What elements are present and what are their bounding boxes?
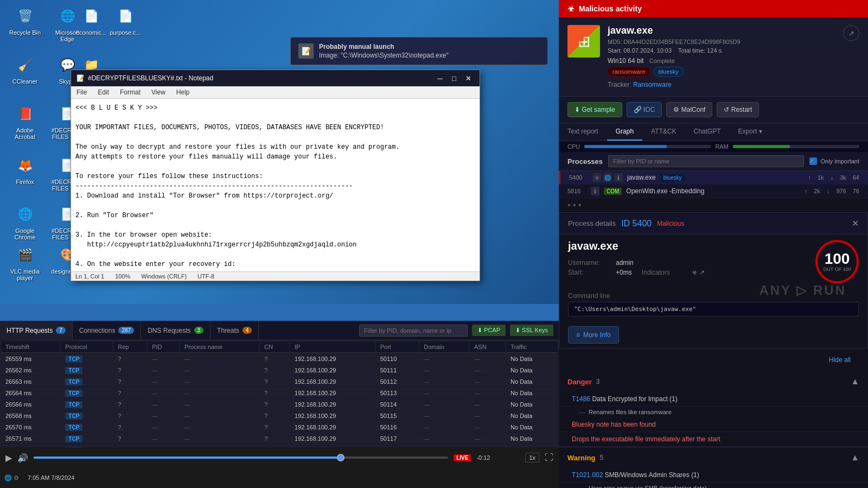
app-total-time: Total time: 124 s xyxy=(678,47,722,54)
table-row[interactable]: 26568 ms TCP ? — — ? 192.168.100.29 5011… xyxy=(1,411,558,421)
timeline-slider[interactable] xyxy=(34,457,448,459)
desktop-icon-chrome[interactable]: 🌐 Google Chrome xyxy=(5,204,44,240)
proc-stat-arrow2: ↓ xyxy=(831,174,834,181)
desktop-icon-firefox[interactable]: 🦊 Firefox xyxy=(5,155,44,185)
notepad-content[interactable]: <<< B L U E S K Y >>> YOUR IMPORTANT FIL… xyxy=(71,99,480,277)
tab-export[interactable]: Export ▾ xyxy=(730,123,771,141)
score-number: 100 xyxy=(825,251,850,267)
menu-format[interactable]: Format xyxy=(118,87,143,97)
threat-id-t1021[interactable]: T1021.002 xyxy=(572,471,603,479)
menu-view[interactable]: View xyxy=(149,87,168,97)
table-row[interactable]: 26564 ms TCP ? — — ? 192.168.100.29 5011… xyxy=(1,388,558,398)
process-filter-input[interactable] xyxy=(608,155,804,167)
cell-process: — xyxy=(180,400,259,410)
table-row[interactable]: 26566 ms TCP ? — — ? 192.168.100.29 5011… xyxy=(1,400,558,410)
cell-pid: — xyxy=(148,434,179,444)
details-close-button[interactable]: ✕ xyxy=(852,218,859,229)
danger-group-header[interactable]: Danger 3 ▲ xyxy=(559,371,868,392)
tab-chatgpt[interactable]: ChatGPT xyxy=(685,123,730,141)
notepad-window: 📝 #DECRYPTFILESBLUESKY#.txt - Notepad ─ … xyxy=(71,69,480,281)
threats-tab-label: Threats xyxy=(217,327,239,334)
process-row-javaw[interactable]: 5400 ☣ 🌐 ℹ javaw.exe bluesky ↑ 1k ↓ 3k 6… xyxy=(559,171,868,185)
cell-pid: — xyxy=(148,365,179,376)
warning-group-header[interactable]: Warning 5 ▲ xyxy=(559,447,868,468)
close-button[interactable]: ✕ xyxy=(462,73,474,83)
cell-pid: — xyxy=(148,388,179,398)
menu-file[interactable]: File xyxy=(74,87,89,97)
icon-label-economic: economic... xyxy=(76,29,106,36)
cell-timeshift: 26562 ms xyxy=(1,365,60,376)
notepad-menubar: File Edit Format View Help xyxy=(71,86,480,99)
threat-desc-t1021: SMB/Windows Admin Shares (1) xyxy=(605,471,699,479)
threat-id-t1486[interactable]: T1486 xyxy=(572,395,590,403)
minimize-button[interactable]: ─ xyxy=(434,73,446,83)
volume-button[interactable]: 🔊 xyxy=(17,453,28,463)
share-button[interactable]: ↗ xyxy=(843,25,859,41)
notepad-statusbar: Ln 1, Col 1 100% Windows (CRLF) UTF-8 xyxy=(71,271,480,281)
process-row-openwith[interactable]: 5816 ℹ COM OpenWith.exe -Embedding ↑ 2k … xyxy=(559,185,868,198)
more-info-button[interactable]: ≡ More Info xyxy=(568,326,619,344)
tab-attck[interactable]: ATT&CK xyxy=(642,123,685,141)
cell-cn: ? xyxy=(260,354,289,364)
cell-process: — xyxy=(180,411,259,421)
only-important-checkbox[interactable]: ✓ xyxy=(809,157,817,165)
tab-text-report[interactable]: Text report xyxy=(559,123,607,141)
icon-image-ccleaner: 🧹 xyxy=(14,54,36,76)
menu-help[interactable]: Help xyxy=(174,87,192,97)
proc-stat2-976: 976 xyxy=(836,188,846,194)
timeline-thumb[interactable] xyxy=(337,454,344,461)
tab-dns-requests[interactable]: DNS Requests 3 xyxy=(141,321,210,340)
score-section: 100 OUT OF 100 xyxy=(815,235,867,289)
filter-input[interactable] xyxy=(359,325,468,337)
app-info-section: javaw.exe MD5: D8A44D2ED34B5FEE7C8E24D99… xyxy=(559,17,868,97)
fullscreen-button[interactable]: ⛶ xyxy=(545,453,553,462)
tracker-link[interactable]: Ransomware xyxy=(633,81,672,88)
cell-protocol: TCP xyxy=(61,365,112,376)
app-tags: ransomware bluesky xyxy=(608,67,835,77)
desktop-icon-acrobat[interactable]: 📕 Adobe Acrobat xyxy=(5,103,44,140)
cell-timeshift: 26568 ms xyxy=(1,411,60,421)
menu-edit[interactable]: Edit xyxy=(95,87,111,97)
dns-count: 3 xyxy=(194,327,204,334)
icon-label-purpose: purpose:c... xyxy=(110,29,141,36)
cell-rep: ? xyxy=(113,411,146,421)
play-button[interactable]: ▶ xyxy=(5,453,12,463)
tab-connections[interactable]: Connections 287 xyxy=(73,321,141,340)
indicators-label: Indicators xyxy=(642,269,685,276)
ssl-keys-button[interactable]: ⬇ SSL Keys xyxy=(510,325,553,336)
only-important-toggle[interactable]: ✓ Only important xyxy=(809,157,859,165)
desktop-icon-recycle-bin[interactable]: 🗑️ Recycle Bin xyxy=(5,5,44,36)
cell-ip: 192.168.100.29 xyxy=(290,422,375,433)
hide-all-button[interactable]: Hide all xyxy=(820,352,859,368)
desktop-icon-economic[interactable]: 📄 economic... xyxy=(72,5,111,36)
cell-ip: 192.168.100.29 xyxy=(290,388,375,398)
proc-name-openwith: OpenWith.exe -Embedding xyxy=(626,187,704,195)
icon-image-economic: 📄 xyxy=(80,5,102,27)
malconf-button[interactable]: ⚙ MalConf xyxy=(666,102,712,117)
maximize-button[interactable]: □ xyxy=(448,73,460,83)
speed-button[interactable]: 1x xyxy=(525,453,539,462)
table-row[interactable]: 26570 ms TCP ? — — ? 192.168.100.29 5011… xyxy=(1,422,558,433)
get-sample-button[interactable]: ⬇ Get sample xyxy=(567,102,622,117)
tab-http-requests[interactable]: HTTP Requests 7 xyxy=(0,321,73,340)
tab-graph[interactable]: Graph xyxy=(607,123,642,141)
col-domain: Domain xyxy=(419,341,469,353)
desktop-icon-vlc[interactable]: 🎬 VLC media player xyxy=(5,244,44,281)
desktop-icon-ccleaner[interactable]: 🧹 CCleaner xyxy=(5,54,44,85)
cell-process: — xyxy=(180,377,259,387)
cell-rep: ? xyxy=(113,388,146,398)
table-row[interactable]: 26562 ms TCP ? — — ? 192.168.100.29 5011… xyxy=(1,365,558,376)
pid-5816: 5816 xyxy=(567,188,586,194)
restart-button[interactable]: ↺ Restart xyxy=(717,102,759,117)
cell-protocol: TCP xyxy=(61,422,112,433)
pcap-button[interactable]: ⬇ PCAP xyxy=(472,325,506,336)
threat-sub-pipe: Uses pipe srvsvc via SMB (transferring d… xyxy=(559,483,868,488)
table-row[interactable]: 26571 ms TCP ? — — ? 192.168.100.29 5011… xyxy=(1,434,558,444)
connections-tab-label: Connections xyxy=(79,327,116,334)
tab-threats[interactable]: Threats 4 xyxy=(210,321,259,340)
table-row[interactable]: 26563 ms TCP ? — — ? 192.168.100.29 5011… xyxy=(1,377,558,387)
desktop-icon-purpose[interactable]: 📄 purpose:c... xyxy=(106,5,145,36)
http-count: 7 xyxy=(56,327,66,334)
table-row[interactable]: 26559 ms TCP ? — — ? 192.168.100.29 5011… xyxy=(1,354,558,364)
ioc-button[interactable]: 🔗 IOC xyxy=(627,102,662,117)
